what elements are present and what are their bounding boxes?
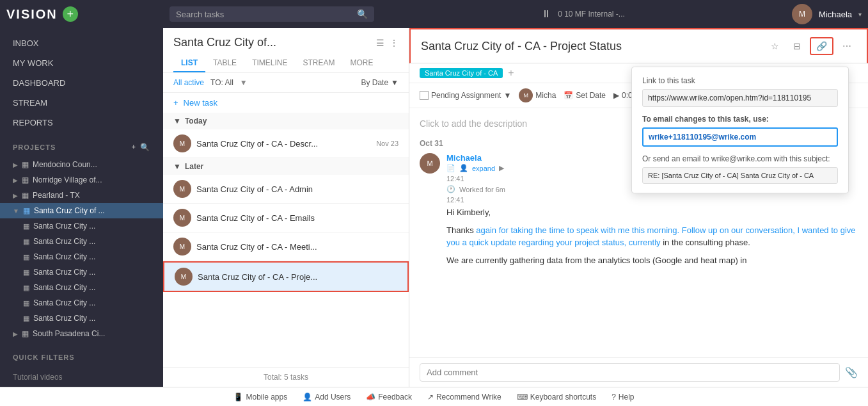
quick-filters-label: QUICK FILTERS [0, 347, 163, 368]
sidebar-item-reports[interactable]: REPORTS [0, 113, 163, 133]
project-doc-icon: ▦ [22, 175, 29, 184]
project-sub-item-1[interactable]: ▦ Santa Cruz City ... [0, 218, 163, 234]
task-item[interactable]: M Santa Cruz City of - CA - Admin [163, 175, 409, 204]
sub-label: Santa Cruz City ... [33, 252, 95, 261]
pause-button[interactable]: ⏸ [541, 8, 551, 20]
help-link[interactable]: ? Help [612, 393, 634, 402]
search-bar: 🔍 [170, 6, 374, 22]
project-sub-item-5[interactable]: ▦ Santa Cruz City ... [0, 280, 163, 295]
triangle-icon: ▼ [173, 117, 181, 126]
pending-label: Pending Assignment [431, 91, 501, 100]
assignee-avatar: M [519, 88, 533, 102]
task-date: Nov 23 [376, 140, 398, 147]
tab-more[interactable]: MORE [342, 54, 381, 72]
expand-arrow-icon: ▶ [499, 164, 504, 172]
top-bar-center: ⏸ 0 10 MF Internal -... [374, 8, 792, 20]
person-icon: 👤 [459, 164, 468, 172]
help-icon: ? [612, 393, 616, 402]
link-popup-url[interactable]: https://www.wrike.com/open.htm?id=118110… [642, 89, 838, 107]
add-button[interactable]: + [63, 6, 78, 22]
mobile-icon: 📱 [233, 393, 243, 402]
project-sub-item-3[interactable]: ▦ Santa Cruz City ... [0, 249, 163, 264]
sub-doc-icon: ▦ [23, 299, 29, 307]
user-dropdown-arrow[interactable]: ▾ [858, 11, 862, 18]
sub-label: Santa Cruz City ... [33, 314, 95, 323]
avatar: M [792, 4, 812, 24]
top-bar: VISION + 🔍 ⏸ 0 10 MF Internal -... M Mic… [0, 0, 868, 28]
tab-table[interactable]: TABLE [205, 54, 244, 72]
task-item[interactable]: M Santa Cruz City of - CA - Descr... Nov… [163, 129, 409, 158]
sub-label: Santa Cruz City ... [33, 298, 95, 307]
projects-label: PROJECTS [13, 143, 56, 151]
all-active-filter[interactable]: All active [173, 78, 204, 87]
worked-time: 12:41 [446, 196, 858, 204]
clock-icon: 🕐 [446, 185, 455, 193]
project-item-mendocino[interactable]: ▶ ▦ Mendocino Coun... [0, 157, 163, 172]
main-layout: INBOX MY WORK DASHBOARD STREAM REPORTS P… [0, 28, 868, 387]
task-item[interactable]: M Santa Cruz City of - CA - Emails [163, 204, 409, 232]
expand-icon: ▶ [13, 161, 18, 168]
add-comment-input[interactable] [420, 363, 840, 382]
search-icon: 🔍 [357, 9, 368, 19]
to-filter[interactable]: TO: All [210, 78, 233, 87]
keyboard-icon: ⌨ [517, 393, 528, 402]
sub-doc-icon: ▦ [23, 222, 29, 231]
attachment-icon[interactable]: 📎 [845, 366, 858, 378]
project-sub-item-2[interactable]: ▦ Santa Cruz City ... [0, 234, 163, 249]
project-item-pearland[interactable]: ▶ ▦ Pearland - TX [0, 188, 163, 203]
projects-icons: + 🔍 [132, 143, 150, 152]
mobile-apps-link[interactable]: 📱 Mobile apps [233, 393, 287, 402]
sidebar-item-inbox[interactable]: INBOX [0, 33, 163, 53]
project-doc-icon: ▦ [23, 206, 30, 215]
project-item-norridge[interactable]: ▶ ▦ Norridge Village of... [0, 172, 163, 188]
doc-icon: 📄 [446, 164, 455, 172]
user-name[interactable]: Michaela [819, 10, 852, 19]
expand-link[interactable]: expand [472, 165, 495, 172]
search-input[interactable] [176, 10, 352, 19]
add-project-icon[interactable]: + [132, 143, 136, 152]
tutorial-videos-link[interactable]: Tutorial videos [0, 368, 163, 387]
sub-doc-icon: ▦ [23, 253, 29, 261]
project-sub-item-7[interactable]: ▦ Santa Cruz City ... [0, 311, 163, 326]
add-tag-button[interactable]: + [508, 67, 514, 79]
set-date-button[interactable]: 📅 Set Date [564, 91, 606, 100]
link-button[interactable]: 🔗 [810, 37, 833, 55]
tab-stream[interactable]: STREAM [295, 54, 342, 72]
project-sub-item-4[interactable]: ▦ Santa Cruz City ... [0, 264, 163, 280]
add-users-link[interactable]: 👤 Add Users [303, 393, 351, 402]
project-label: Santa Cruz City of ... [34, 206, 105, 215]
sub-label: Santa Cruz City ... [33, 222, 95, 231]
star-button[interactable]: ☆ [766, 38, 784, 54]
project-item-santacruz[interactable]: ▼ ▦ Santa Cruz City of ... [0, 203, 163, 218]
sidebar-item-mywork[interactable]: MY WORK [0, 53, 163, 73]
task-name: Santa Cruz City of - CA - Emails [196, 213, 393, 223]
recommend-link[interactable]: ↗ Recommend Wrike [427, 393, 501, 402]
link-popup-email-input[interactable]: wrike+118110195@wrike.com [642, 127, 838, 147]
feedback-link[interactable]: 📣 Feedback [366, 393, 412, 402]
search-projects-icon[interactable]: 🔍 [140, 143, 150, 152]
sort-button[interactable]: By Date ▼ [361, 78, 398, 87]
task-item[interactable]: M Santa Cruz City of - CA - Meeti... [163, 232, 409, 261]
top-bar-right: M Michaela ▾ [792, 4, 862, 24]
expand-icon: ▼ [13, 207, 19, 215]
pending-assignment[interactable]: Pending Assignment ▼ [420, 91, 511, 100]
project-sub-item-6[interactable]: ▦ Santa Cruz City ... [0, 295, 163, 311]
sidebar-item-stream[interactable]: STREAM [0, 93, 163, 113]
calendar-icon: 📅 [564, 91, 573, 100]
list-view-icon[interactable]: ☰ [376, 38, 384, 48]
rss-button[interactable]: ⊟ [788, 38, 806, 54]
highlight-again: again for taking the time to speak with … [446, 225, 856, 248]
filter-icon[interactable]: ▼ [240, 78, 248, 87]
project-doc-icon: ▦ [22, 329, 29, 338]
new-task-row[interactable]: + New task [163, 93, 409, 113]
assignee-area[interactable]: M Micha [519, 88, 556, 102]
more-options-icon[interactable]: ⋮ [390, 38, 398, 48]
more-button[interactable]: ⋯ [837, 38, 856, 54]
tab-timeline[interactable]: TIMELINE [244, 54, 295, 72]
keyboard-shortcuts-link[interactable]: ⌨ Keyboard shortcuts [517, 393, 596, 402]
task-item-active[interactable]: M Santa Cruz City of - CA - Proje... [163, 261, 409, 292]
sub-doc-icon: ▦ [23, 238, 29, 246]
sidebar-item-dashboard[interactable]: DASHBOARD [0, 73, 163, 93]
project-item-southpasadena[interactable]: ▶ ▦ South Pasadena Ci... [0, 326, 163, 341]
tab-list[interactable]: LIST [173, 54, 205, 72]
